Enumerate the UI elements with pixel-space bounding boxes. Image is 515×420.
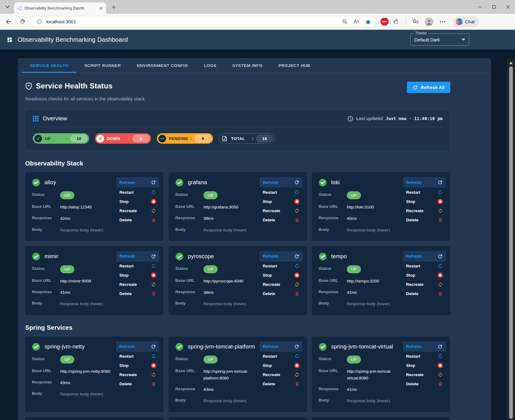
restart-icon <box>151 354 156 359</box>
action-stop[interactable]: Stop <box>116 361 159 370</box>
browser-tab[interactable]: Observability Benchmarking Dashb <box>14 2 106 14</box>
body-hover-value[interactable]: Response body (hover) <box>347 226 390 234</box>
action-delete[interactable]: Delete <box>260 289 303 298</box>
copilot-chat-button[interactable]: Chat <box>453 16 479 27</box>
refresh-icon <box>437 254 443 259</box>
url-text[interactable]: localhost:3001 <box>46 19 337 24</box>
body-hover-value[interactable]: Response body (hover) <box>60 226 103 234</box>
action-refresh[interactable]: Refresh <box>403 177 446 188</box>
page-title: Service Health Status <box>36 82 113 90</box>
action-delete[interactable]: Delete <box>116 289 159 298</box>
scrollbar-thumb[interactable] <box>509 66 513 419</box>
tab-script-runner[interactable]: SCRIPT RUNNER <box>76 58 129 73</box>
page-scrollbar[interactable] <box>507 60 515 420</box>
action-refresh[interactable]: Refresh <box>403 251 446 262</box>
body-hover-value[interactable]: Response body (hover) <box>203 300 246 307</box>
profile-avatar[interactable] <box>423 16 435 28</box>
action-stop[interactable]: Stop <box>260 361 303 370</box>
body-hover-value[interactable]: Response body (hover) <box>203 226 246 234</box>
action-recreate[interactable]: Recreate <box>403 280 446 289</box>
action-recreate[interactable]: Recreate <box>403 370 446 379</box>
refresh-icon <box>437 344 443 349</box>
action-restart[interactable]: Restart <box>403 188 446 197</box>
action-restart[interactable]: Restart <box>116 188 159 197</box>
minimize-button[interactable] <box>473 0 487 14</box>
action-refresh[interactable]: Refresh <box>260 177 303 188</box>
action-delete[interactable]: Delete <box>403 289 446 298</box>
tab-search-chevron-icon[interactable] <box>1 2 14 13</box>
body-hover-value[interactable]: Response body (hover) <box>347 300 390 307</box>
action-stop[interactable]: Stop <box>116 271 159 280</box>
action-refresh[interactable]: Refresh <box>260 251 303 262</box>
action-delete[interactable]: Delete <box>260 379 303 389</box>
body-hover-value[interactable]: Response body (hover) <box>347 397 390 404</box>
favorite-star-icon[interactable] <box>364 18 372 26</box>
action-restart[interactable]: Restart <box>116 352 159 361</box>
action-recreate[interactable]: Recreate <box>116 370 159 379</box>
refresh-icon <box>294 254 300 259</box>
service-card: pyroscope Refresh Restart Stop Recreate <box>168 246 307 315</box>
action-refresh[interactable]: Refresh <box>403 341 446 352</box>
service-actions: Refresh Restart Stop Recreate <box>116 177 159 224</box>
action-restart[interactable]: Restart <box>403 352 446 361</box>
action-stop[interactable]: Stop <box>260 197 303 206</box>
action-restart[interactable]: Restart <box>260 188 303 197</box>
tab-service-health[interactable]: SERVICE HEALTH <box>22 58 76 73</box>
tab-project-hub[interactable]: PROJECT HUB <box>270 58 318 73</box>
action-stop[interactable]: Stop <box>403 361 446 370</box>
action-restart[interactable]: Restart <box>116 262 159 271</box>
action-restart[interactable]: Restart <box>260 352 303 361</box>
tab-logs[interactable]: LOGS <box>196 58 225 73</box>
response-label: Response <box>319 386 347 391</box>
tab-close-icon[interactable] <box>98 6 104 11</box>
action-delete[interactable]: Delete <box>403 379 446 389</box>
action-recreate[interactable]: Recreate <box>116 280 159 289</box>
adblock-abp-badge[interactable]: ABP <box>381 18 389 26</box>
close-window-button[interactable] <box>501 0 515 14</box>
read-aloud-icon[interactable] <box>352 18 361 26</box>
action-delete[interactable]: Delete <box>116 379 159 389</box>
favorites-list-icon[interactable] <box>410 16 421 28</box>
zoom-out-icon[interactable] <box>340 18 349 26</box>
service-card: spring-native-tomcat-platform Refresh Re… <box>168 417 307 420</box>
action-restart[interactable]: Restart <box>260 262 303 271</box>
action-stop[interactable]: Stop <box>403 271 446 280</box>
back-button[interactable] <box>3 16 15 28</box>
action-recreate[interactable]: Recreate <box>260 370 303 379</box>
action-recreate[interactable]: Recreate <box>116 206 159 215</box>
action-refresh[interactable]: Refresh <box>116 251 159 262</box>
tab-environment-config[interactable]: ENVIRONMENT CONFIG <box>129 58 196 73</box>
site-info-icon[interactable] <box>35 18 43 26</box>
action-refresh[interactable]: Refresh <box>260 341 303 352</box>
browser-tab-title: Observability Benchmarking Dashb <box>24 6 96 10</box>
refresh-all-button[interactable]: Refresh All <box>407 82 450 93</box>
stop-icon <box>151 199 156 204</box>
address-bar[interactable]: localhost:3001 <box>30 16 376 27</box>
maximize-button[interactable] <box>487 0 501 14</box>
action-refresh[interactable]: Refresh <box>116 177 159 188</box>
action-recreate[interactable]: Recreate <box>260 280 303 289</box>
body-hover-value[interactable]: Response body (hover) <box>60 300 103 307</box>
settings-ellipsis-icon[interactable] <box>437 16 448 28</box>
action-refresh[interactable]: Refresh <box>116 341 159 352</box>
action-delete[interactable]: Delete <box>403 215 446 224</box>
action-stop[interactable]: Stop <box>116 197 159 206</box>
body-hover-value[interactable]: Response body (hover) <box>60 390 103 398</box>
theme-select[interactable]: Theme Default Dark <box>410 33 469 46</box>
body-hover-value[interactable]: Response body (hover) <box>203 397 246 404</box>
action-stop[interactable]: Stop <box>260 271 303 280</box>
response-label: Response <box>319 215 347 220</box>
scrollbar-up-arrow[interactable] <box>509 62 513 64</box>
action-stop[interactable]: Stop <box>403 197 446 206</box>
copilot-icon <box>456 18 463 25</box>
action-recreate[interactable]: Recreate <box>403 206 446 215</box>
new-tab-button[interactable] <box>109 2 118 12</box>
base-url-value: http://spring-jvm-tomcat-platform:8080 <box>203 368 267 382</box>
reload-button[interactable] <box>17 16 28 28</box>
action-restart[interactable]: Restart <box>403 262 446 271</box>
action-delete[interactable]: Delete <box>116 215 159 224</box>
tab-system-info[interactable]: SYSTEM INFO <box>224 58 270 73</box>
extensions-puzzle-icon[interactable] <box>390 16 402 28</box>
action-delete[interactable]: Delete <box>260 215 303 224</box>
action-recreate[interactable]: Recreate <box>260 206 303 215</box>
